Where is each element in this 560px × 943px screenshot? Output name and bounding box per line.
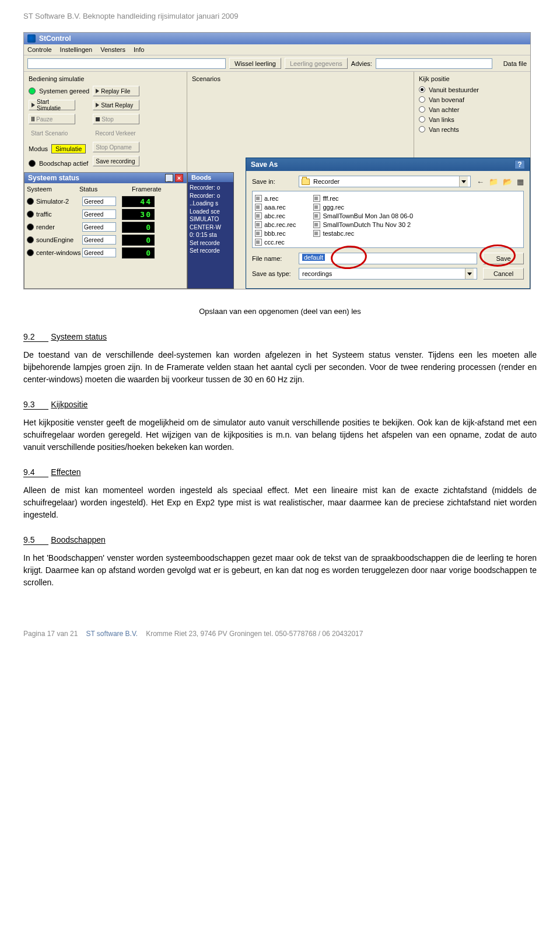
menubar: Controle Instellingen Vensters Info — [24, 44, 530, 55]
cancel-button[interactable]: Cancel — [483, 268, 524, 280]
app-titlebar: StControl — [24, 33, 530, 44]
file-item[interactable]: SmallTownBul Mon Jan 08 06-0 — [313, 211, 413, 220]
file-item[interactable]: ggg.rec — [313, 202, 413, 211]
section-heading: 9.5 Boodschappen — [23, 535, 537, 545]
file-name: abc.rec.rec — [264, 221, 296, 228]
file-item[interactable]: ddd.rec — [255, 246, 296, 248]
file-item[interactable]: SmallTownDutch Thu Nov 30 2 — [313, 220, 413, 229]
company-address: Kromme Riet 23, 9746 PV Groningen tel. 0… — [146, 630, 363, 638]
filename-value: default — [302, 254, 325, 261]
section-number: 9.3 — [23, 400, 48, 410]
wissel-leerling-button[interactable]: Wissel leerling — [229, 58, 281, 69]
log-line: Set recorde — [190, 239, 232, 247]
leerling-gegevens-button[interactable]: Leerling gegevens — [285, 58, 348, 69]
status-dot-icon — [27, 249, 34, 256]
radio-icon — [419, 96, 425, 103]
savein-value: Recorder — [313, 178, 340, 185]
advies-input[interactable] — [376, 58, 492, 69]
chevron-down-icon[interactable] — [465, 268, 474, 279]
radio-option[interactable]: Van rechts — [419, 124, 526, 134]
file-list[interactable]: a.recaaa.recabc.recabc.rec.recbbb.recccc… — [252, 191, 524, 248]
file-item[interactable]: bbb.rec — [255, 229, 296, 238]
pauze-button[interactable]: Pauze — [29, 114, 75, 124]
app-screenshot: StControl Controle Instellingen Vensters… — [23, 32, 531, 289]
status-dot-icon — [27, 211, 34, 218]
log-line: ..Loading s — [190, 200, 232, 208]
file-item[interactable]: ccc.rec — [255, 238, 296, 246]
filename-label: File name: — [252, 255, 293, 262]
file-icon — [313, 212, 320, 219]
radio-label: Van bovenaf — [429, 96, 464, 103]
help-icon[interactable]: ? — [514, 160, 525, 169]
new-folder-icon[interactable]: 📂 — [503, 177, 512, 186]
start-simulatie-button[interactable]: Start Simulatie — [29, 100, 75, 110]
radio-icon — [419, 106, 425, 113]
start-scenario-button[interactable]: Start Scenario — [29, 128, 75, 138]
status-dot-icon — [27, 198, 34, 205]
menu-item[interactable]: Vensters — [100, 46, 125, 53]
radio-option[interactable]: Van bovenaf — [419, 95, 526, 104]
col-status: Status — [79, 186, 132, 193]
radio-option[interactable]: Vanuit bestuurder — [419, 85, 526, 95]
window-titlebar: Boods — [188, 173, 233, 182]
menu-item[interactable]: Info — [134, 46, 144, 53]
menu-item[interactable]: Instellingen — [60, 46, 93, 53]
view-icon[interactable]: ▦ — [517, 177, 524, 186]
close-icon[interactable]: × — [175, 174, 183, 182]
framerate-led: 0 — [122, 235, 155, 246]
framerate-led: 0 — [122, 247, 155, 259]
up-folder-icon[interactable]: 📁 — [489, 177, 498, 186]
status-dot-icon — [29, 160, 36, 167]
framerate-led: 44 — [122, 196, 155, 207]
file-item[interactable]: aaa.rec — [255, 202, 296, 211]
advies-label: Advies: — [351, 60, 372, 67]
filename-input[interactable]: default — [299, 253, 477, 264]
save-as-dialog: Save As ? Save in: Recorder ← 📁 — [246, 158, 530, 289]
file-icon — [255, 204, 262, 211]
file-item[interactable]: a.rec — [255, 194, 296, 202]
company-name: ST software B.V. — [86, 630, 138, 638]
radio-icon — [419, 116, 425, 123]
leerling-input[interactable] — [27, 58, 226, 69]
system-name: center-windows — [36, 249, 80, 256]
file-item[interactable]: abc.rec — [255, 211, 296, 220]
section-number: 9.2 — [23, 332, 48, 342]
systeem-status-window: Systeem status _ × Systeem Status Framer… — [24, 172, 187, 289]
file-icon — [255, 221, 262, 228]
start-replay-button[interactable]: Start Replay — [93, 100, 139, 110]
type-combo[interactable]: recordings — [299, 268, 477, 280]
status-dot-icon — [27, 236, 34, 243]
stop-button[interactable]: Stop — [93, 114, 139, 124]
modus-label: Modus — [29, 145, 48, 152]
file-name: SmallTownDutch Thu Nov 30 2 — [323, 221, 411, 228]
chevron-down-icon[interactable] — [459, 176, 468, 187]
radio-label: Van achter — [429, 106, 459, 113]
back-icon[interactable]: ← — [477, 177, 484, 186]
boodschap-actief-label: Boodschap actief — [39, 160, 88, 167]
status-dot-icon — [27, 223, 34, 230]
record-verkeer-button[interactable]: Record Verkeer — [93, 128, 139, 138]
stop-opname-button[interactable]: Stop Opname — [93, 142, 139, 152]
status-value — [82, 248, 116, 257]
radio-option[interactable]: Van achter — [419, 104, 526, 114]
minimize-icon[interactable]: _ — [165, 174, 173, 182]
file-item[interactable]: fff.rec — [313, 194, 413, 202]
radio-option[interactable]: Van links — [419, 114, 526, 124]
play-icon — [96, 89, 99, 93]
log-line: Recorder: o — [190, 184, 232, 192]
file-item[interactable]: abc.rec.rec — [255, 220, 296, 229]
window-title: Boods — [191, 174, 211, 181]
file-name: ddd.rec — [264, 247, 286, 249]
replay-file-button[interactable]: Replay File — [93, 86, 139, 96]
section-number: 9.5 — [23, 535, 48, 545]
save-recording-button[interactable]: Save recording — [93, 156, 139, 166]
file-icon — [313, 221, 320, 228]
file-item[interactable]: testabc.rec — [313, 229, 413, 238]
col-systeem: Systeem — [27, 186, 79, 193]
savein-combo[interactable]: Recorder — [299, 176, 471, 187]
framerate-led: 30 — [122, 209, 155, 220]
menu-item[interactable]: Controle — [27, 46, 52, 53]
save-button[interactable]: Save — [483, 253, 524, 264]
datafile-label: Data file — [503, 60, 527, 67]
file-name: ccc.rec — [264, 239, 285, 246]
